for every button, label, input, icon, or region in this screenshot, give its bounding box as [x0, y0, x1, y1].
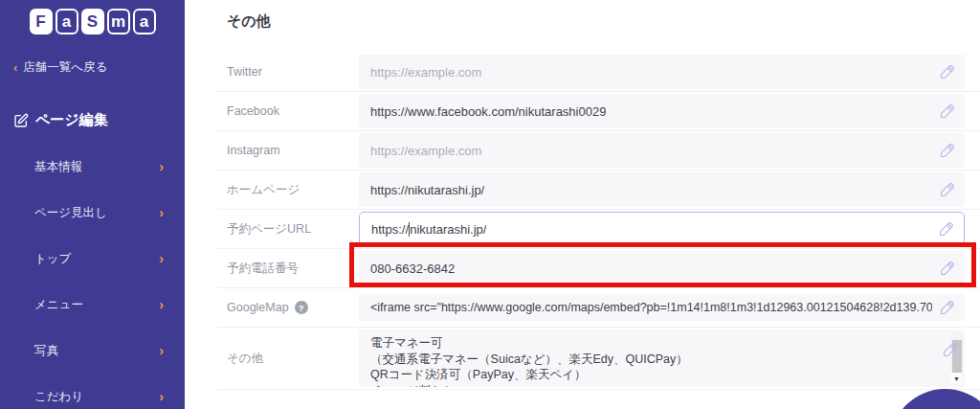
main-content: その他 Twitterhttps://example.comFacebookht… [185, 0, 980, 409]
sidebar-item-0[interactable]: 基本情報› [0, 144, 185, 190]
textarea-line: （交通系電子マネー（Suicaなど）、楽天Edy、QUICPay） [370, 352, 688, 368]
field-value: <iframe src="https://www.google.com/maps… [370, 301, 932, 314]
field-row-facebook: Facebookhttps://www.facebook.com/nikutar… [217, 92, 980, 131]
field-label-reserve-tel: 予約電話番号 [227, 261, 359, 277]
back-to-store-list-link[interactable]: ‹ 店舗一覧へ戻る [13, 59, 107, 76]
field-label-text: 予約電話番号 [227, 261, 299, 277]
field-input-reserve-tel[interactable]: 080-6632-6842 [359, 251, 965, 285]
textarea-line: チャージ料なし [370, 383, 456, 388]
fasma-logo: FaSma [0, 9, 185, 34]
logo-letter: a [133, 9, 156, 34]
field-label-twitter: Twitter [227, 65, 359, 79]
sidebar: FaSma ‹ 店舗一覧へ戻る ページ編集 基本情報›ページ見出し›トップ›メニ… [0, 0, 185, 409]
edit-pencil-icon[interactable] [939, 63, 956, 80]
field-label-text: Twitter [227, 65, 262, 79]
field-label-facebook: Facebook [227, 104, 359, 118]
field-input-twitter[interactable]: https://example.com [359, 55, 965, 89]
field-label-text: GoogleMap [227, 301, 289, 314]
field-value: https://example.com [370, 144, 481, 158]
help-icon[interactable]: ? [295, 301, 308, 314]
sidebar-item-label: メニュー [34, 297, 83, 313]
sidebar-item-5[interactable]: こだわり› [0, 374, 185, 409]
edit-pencil-icon[interactable] [939, 299, 956, 316]
field-row-other: その他電子マネー可（交通系電子マネー（Suicaなど）、楽天Edy、QUICPa… [217, 328, 980, 390]
page-edit-section-header: ページ編集 [13, 111, 108, 129]
field-label-text: Instagram [227, 144, 280, 157]
field-label-text: ホームページ [227, 182, 300, 198]
field-input-other[interactable]: 電子マネー可（交通系電子マネー（Suicaなど）、楽天Edy、QUICPay）Q… [359, 329, 965, 387]
textarea-line: 電子マネー可 [370, 335, 443, 352]
edit-pencil-icon[interactable] [939, 102, 956, 120]
logo-letter: S [81, 9, 104, 34]
field-label-homepage: ホームページ [227, 182, 359, 198]
sidebar-item-label: こだわり [34, 389, 83, 405]
sidebar-item-3[interactable]: メニュー› [0, 282, 185, 328]
sidebar-menu: 基本情報›ページ見出し›トップ›メニュー›写真›こだわり› [0, 144, 185, 409]
field-input-instagram[interactable]: https://example.com [359, 133, 965, 168]
back-link-label: 店舗一覧へ戻る [23, 59, 107, 76]
sidebar-item-label: 基本情報 [34, 159, 82, 175]
edit-pencil-icon[interactable] [938, 220, 955, 238]
textarea-line: QRコード決済可（PayPay、楽天ペイ） [370, 367, 587, 383]
chevron-right-icon: › [159, 251, 164, 266]
field-input-googlemap[interactable]: <iframe src="https://www.google.com/maps… [359, 294, 965, 321]
field-row-twitter: Twitterhttps://example.com [217, 53, 980, 92]
field-input-reserve-url[interactable]: https://nikutarashi.jp/ [359, 212, 965, 246]
edit-pencil-icon[interactable] [939, 142, 956, 159]
chevron-right-icon: › [159, 205, 164, 220]
edit-pencil-icon[interactable] [939, 181, 956, 198]
logo-letter: m [107, 9, 130, 34]
field-row-reserve-url: 予約ページURLhttps://nikutarashi.jp/ [217, 210, 980, 249]
field-value: https://nikutarashi.jp/ [371, 222, 486, 237]
chevron-right-icon: › [159, 297, 164, 312]
edit-pencil-icon[interactable] [939, 260, 956, 277]
field-value: https://www.facebook.com/nikutarashi0029 [370, 104, 606, 119]
field-label-text: Facebook [227, 104, 279, 118]
field-value: 080-6632-6842 [370, 261, 455, 276]
chevron-right-icon: › [159, 389, 164, 404]
field-label-reserve-url: 予約ページURL [227, 221, 359, 238]
page-title: その他 [227, 12, 271, 31]
scrollbar-down-arrow-icon[interactable]: ▼ [950, 373, 963, 384]
sidebar-item-2[interactable]: トップ› [0, 236, 185, 282]
field-value: https://example.com [370, 65, 481, 80]
field-label-instagram: Instagram [227, 144, 359, 157]
field-row-instagram: Instagramhttps://example.com [217, 131, 980, 170]
chevron-right-icon: › [159, 159, 164, 174]
edit-page-icon [13, 113, 29, 128]
field-row-reserve-tel: 予約電話番号080-6632-6842 [217, 249, 980, 288]
logo-letter: F [30, 9, 53, 34]
field-label-googlemap: GoogleMap? [227, 301, 359, 314]
text-caret [409, 222, 410, 237]
chevron-left-icon: ‹ [13, 60, 17, 75]
field-value: https://nikutarashi.jp/ [370, 183, 484, 197]
sidebar-item-1[interactable]: ページ見出し› [0, 190, 185, 236]
fields-list: Twitterhttps://example.comFacebookhttps:… [217, 53, 980, 390]
field-input-homepage[interactable]: https://nikutarashi.jp/ [359, 172, 965, 207]
field-label-text: その他 [227, 351, 263, 367]
page-edit-label: ページ編集 [35, 111, 108, 129]
sidebar-item-label: トップ [34, 251, 71, 267]
field-input-facebook[interactable]: https://www.facebook.com/nikutarashi0029 [359, 94, 965, 128]
sidebar-item-4[interactable]: 写真› [0, 328, 185, 374]
field-label-text: 予約ページURL [227, 221, 311, 238]
logo-letter: a [56, 9, 78, 34]
chevron-right-icon: › [159, 343, 164, 358]
field-label-other: その他 [227, 351, 359, 367]
sidebar-item-label: 写真 [34, 343, 58, 359]
sidebar-item-label: ページ見出し [34, 205, 107, 221]
field-row-homepage: ホームページhttps://nikutarashi.jp/ [217, 170, 980, 210]
edit-pencil-icon[interactable] [942, 341, 959, 358]
field-row-googlemap: GoogleMap?<iframe src="https://www.googl… [217, 288, 980, 328]
